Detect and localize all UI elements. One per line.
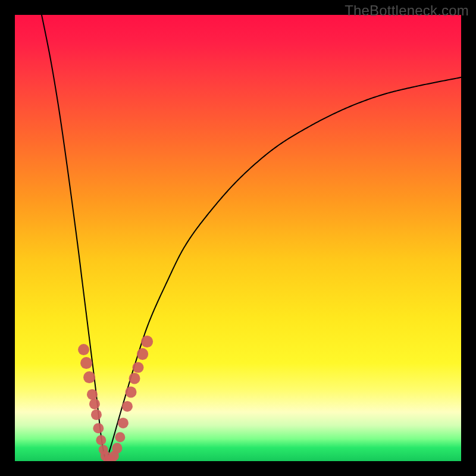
plot-area [15,15,461,461]
data-marker [133,362,144,373]
data-marker [80,357,92,369]
data-marker [137,348,149,360]
data-marker [87,389,98,399]
data-marker [141,336,153,347]
data-marker [90,409,101,420]
data-marker [126,386,137,397]
watermark-text: TheBottleneck.com [345,2,469,19]
data-marker [83,371,95,383]
data-marker [93,423,104,433]
data-marker [129,373,140,384]
data-marker [78,344,90,356]
data-marker [115,432,125,442]
markers-layer [15,15,461,461]
data-marker [118,417,129,428]
data-marker [89,399,99,409]
data-marker [112,443,122,453]
data-marker [96,435,106,445]
chart-frame: TheBottleneck.com [0,0,476,476]
data-marker [122,401,133,412]
